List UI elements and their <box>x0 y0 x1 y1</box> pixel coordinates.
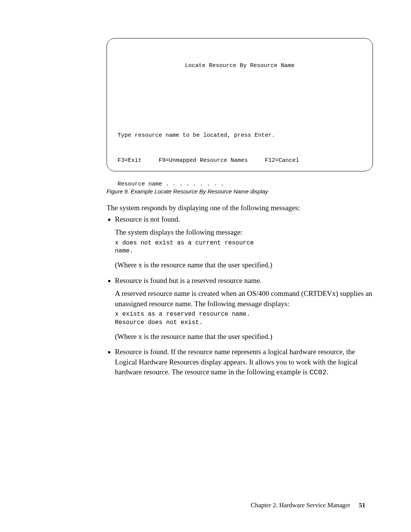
page: Locate Resource By Resource Name Type re… <box>0 0 411 532</box>
bullet-note: (Where x is the resource name that the u… <box>115 332 373 342</box>
terminal-title: Locate Resource By Resource Name <box>118 62 362 70</box>
bullet-sub: A reserved resource name is created when… <box>115 289 373 309</box>
page-number: 51 <box>359 502 365 509</box>
inline-code: CC02 <box>309 368 327 377</box>
bullet-head: Resource is found but is a reserved reso… <box>115 276 262 284</box>
fkey-f3: F3=Exit <box>118 157 142 164</box>
fkey-f12: F12=Cancel <box>265 157 299 164</box>
bullet-note: (Where x is the resource name that the u… <box>115 260 373 270</box>
page-footer: Chapter 2. Hardware Service Manager 51 <box>251 502 365 509</box>
terminal-field-label: Resource name . . . . . . . . . <box>118 180 362 189</box>
list-item: Resource is found. If the resource name … <box>115 347 373 378</box>
chapter-label: Chapter 2. Hardware Service Manager <box>251 502 350 509</box>
message-list: Resource is not found. The system displa… <box>107 214 373 378</box>
code-block: x exists as a reserved resource name. Re… <box>115 310 373 327</box>
terminal-fkeys: F3=Exit F9=Unmapped Resource Names F12=C… <box>118 157 299 165</box>
terminal-screen: Locate Resource By Resource Name Type re… <box>107 38 373 171</box>
fkey-f9: F9=Unmapped Resource Names <box>159 157 248 164</box>
bullet-text-tail: . <box>327 368 328 376</box>
content-column: Locate Resource By Resource Name Type re… <box>107 38 373 378</box>
terminal-instruction: Type resource name to be located, press … <box>118 131 362 140</box>
code-block: x does not exist as a current resource n… <box>115 239 373 256</box>
list-item: Resource is found but is a reserved reso… <box>115 276 373 342</box>
